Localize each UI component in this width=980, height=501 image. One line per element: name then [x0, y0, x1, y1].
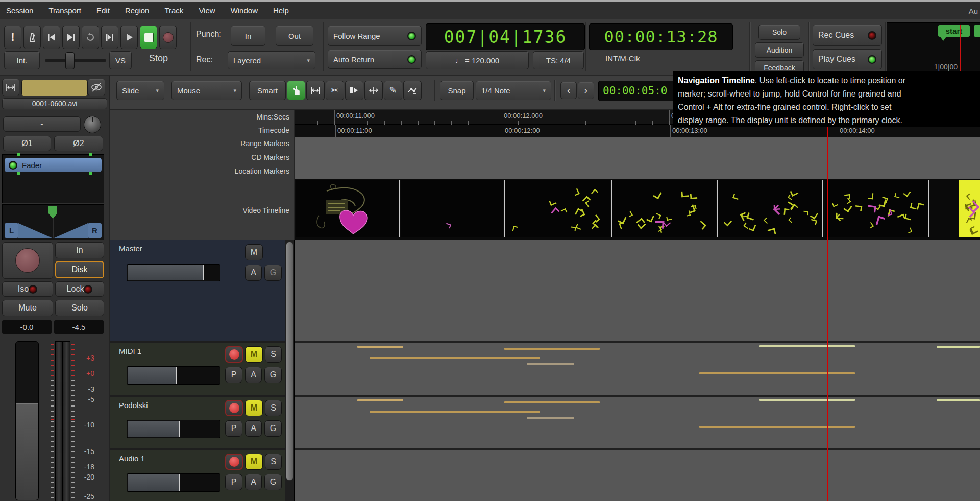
- menu-help[interactable]: Help: [273, 6, 289, 15]
- midi-note[interactable]: [937, 399, 980, 401]
- ruler-label-minsec[interactable]: Mins:Secs: [110, 113, 289, 121]
- phase-invert-1-button[interactable]: Ø1: [3, 136, 51, 151]
- rec-cues-button[interactable]: Rec Cues: [813, 25, 882, 46]
- stop-button[interactable]: [140, 26, 157, 49]
- automation-button[interactable]: A: [245, 367, 262, 383]
- solo-button[interactable]: Solo: [758, 25, 800, 40]
- menu-edit[interactable]: Edit: [96, 6, 110, 15]
- record-arm-button[interactable]: [225, 454, 243, 470]
- playlist-button[interactable]: P: [225, 367, 242, 383]
- playlist-button[interactable]: P: [225, 474, 242, 490]
- primary-clock[interactable]: 007|04|1736: [426, 23, 585, 50]
- solo-lock-button[interactable]: Lock: [55, 281, 104, 297]
- processor-fader[interactable]: Fader: [5, 158, 102, 172]
- playhead[interactable]: [827, 110, 828, 501]
- play-range-button[interactable]: [101, 26, 118, 49]
- phase-invert-2-button[interactable]: Ø2: [54, 136, 103, 151]
- automation-button[interactable]: A: [245, 265, 262, 281]
- menu-session[interactable]: Session: [6, 6, 33, 15]
- midi-note[interactable]: [357, 346, 403, 348]
- ruler-label-location-markers[interactable]: Location Markers: [110, 167, 289, 175]
- record-arm-button[interactable]: [225, 346, 243, 363]
- midi-note[interactable]: [370, 411, 540, 413]
- track-name[interactable]: Master: [119, 244, 142, 253]
- midi-note[interactable]: [760, 345, 855, 347]
- timecode-offset-button[interactable]: -: [3, 116, 81, 132]
- punch-in-button[interactable]: In: [231, 26, 265, 46]
- video-timeline[interactable]: [295, 179, 980, 240]
- io-pin[interactable]: [89, 153, 92, 156]
- group-button[interactable]: G: [264, 265, 282, 281]
- mute-button[interactable]: M: [245, 400, 263, 416]
- video-frame[interactable]: [401, 180, 503, 237]
- play-button[interactable]: [120, 26, 138, 49]
- track-scrollbar-thumb[interactable]: [286, 242, 293, 481]
- mute-button[interactable]: M: [245, 454, 263, 470]
- processor-active-led[interactable]: [9, 161, 17, 170]
- master-fader[interactable]: [15, 341, 39, 500]
- track-name[interactable]: Podolski: [119, 401, 148, 410]
- monitor-source-button[interactable]: Int.: [4, 51, 40, 69]
- group-button[interactable]: G: [264, 420, 282, 437]
- shuttle-thumb[interactable]: [65, 52, 75, 69]
- video-visibility-button[interactable]: [88, 79, 105, 96]
- track-canvas-podolski[interactable]: [295, 397, 980, 448]
- solo-button[interactable]: S: [265, 454, 282, 470]
- automation-button[interactable]: A: [245, 474, 262, 490]
- clipped-marker[interactable]: [974, 25, 980, 37]
- tool-grab[interactable]: [287, 81, 305, 100]
- metronome-button[interactable]: [23, 26, 41, 49]
- edit-point-dropdown[interactable]: Mouse ▾: [172, 81, 242, 100]
- video-frame[interactable]: [718, 180, 822, 237]
- track-canvas-midi1[interactable]: [295, 343, 980, 395]
- midi-note[interactable]: [504, 348, 600, 350]
- track-name[interactable]: Audio 1: [119, 454, 145, 463]
- ruler-label-cd-markers[interactable]: CD Markers: [110, 153, 289, 161]
- io-pin[interactable]: [89, 172, 92, 175]
- menu-transport[interactable]: Transport: [48, 6, 81, 15]
- midi-note[interactable]: [527, 417, 574, 419]
- processor-box[interactable]: Fader: [2, 154, 104, 203]
- mute-button[interactable]: M: [245, 346, 263, 363]
- record-button[interactable]: [159, 26, 177, 49]
- io-pin[interactable]: [17, 172, 20, 175]
- go-to-end-button[interactable]: [62, 26, 80, 49]
- track-canvas-master[interactable]: [295, 240, 980, 341]
- solo-iso-button[interactable]: Iso: [2, 281, 53, 297]
- menu-region[interactable]: Region: [125, 6, 150, 15]
- automation-button[interactable]: A: [245, 420, 262, 437]
- menu-window[interactable]: Window: [231, 6, 258, 15]
- auto-return-button[interactable]: Auto Return: [328, 50, 422, 69]
- varispeed-button[interactable]: VS: [109, 51, 132, 69]
- ruler-label-range-markers[interactable]: Range Markers: [110, 139, 289, 148]
- track-name[interactable]: MIDI 1: [119, 347, 141, 355]
- video-frame[interactable]: [959, 180, 980, 237]
- video-file-button[interactable]: 0001-0600.avi: [2, 98, 107, 109]
- grid-unit-dropdown[interactable]: 1/4 Note ▾: [476, 81, 551, 100]
- video-frame[interactable]: [612, 180, 716, 237]
- navigation-timeline[interactable]: start 1|00|00: [887, 22, 980, 73]
- zoom-fit-button[interactable]: [2, 79, 19, 96]
- input-monitor-button[interactable]: In: [55, 242, 104, 258]
- ruler-label-timecode[interactable]: Timecode: [110, 126, 289, 134]
- solo-button[interactable]: S: [265, 346, 282, 363]
- midi-note[interactable]: [370, 357, 540, 359]
- playlist-button[interactable]: P: [225, 420, 242, 437]
- mute-button[interactable]: Mute: [2, 300, 53, 316]
- track-gain-fader[interactable]: [127, 366, 220, 385]
- nudge-back-button[interactable]: ‹: [560, 82, 577, 99]
- track-header-audio1[interactable]: Audio 1 M S P A G: [110, 450, 285, 501]
- menu-view[interactable]: View: [199, 6, 215, 15]
- balance-pointer[interactable]: [48, 206, 57, 219]
- midi-note[interactable]: [357, 399, 403, 401]
- track-header-master[interactable]: Master M A G: [110, 240, 285, 341]
- tool-range[interactable]: [306, 81, 325, 100]
- solo-button[interactable]: S: [265, 400, 282, 416]
- group-button[interactable]: G: [264, 367, 282, 383]
- track-gain-fader[interactable]: [127, 473, 220, 492]
- time-signature-button[interactable]: TS: 4/4: [533, 51, 584, 69]
- rec-mode-dropdown[interactable]: Layered ▾: [228, 51, 315, 69]
- record-arm-button[interactable]: [225, 400, 243, 416]
- sync-source-button[interactable]: INT/M-Clk: [605, 54, 640, 63]
- balance-widget[interactable]: L R: [2, 204, 104, 240]
